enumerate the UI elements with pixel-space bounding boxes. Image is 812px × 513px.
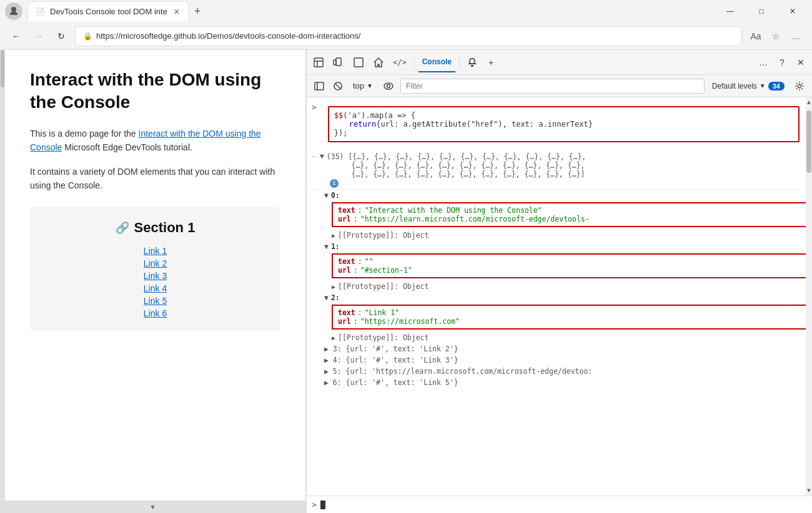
- item-1-content: text : "" url : "#section-1": [332, 253, 807, 278]
- item-0-header: ▼ 0:: [307, 190, 812, 201]
- item-0-text-row: text : "Interact with the DOM using the …: [338, 206, 801, 215]
- devtools-panel: </> Console + … ? ✕: [306, 50, 812, 513]
- context-selector[interactable]: top ▼: [349, 80, 377, 92]
- section-link-5[interactable]: Link 5: [144, 296, 167, 306]
- item-2-url-value: "https://microsoft.com": [360, 317, 460, 326]
- item-2-toggle[interactable]: ▼: [324, 293, 329, 302]
- more-tools-button[interactable]: …: [755, 52, 772, 72]
- scrollbar-thumb[interactable]: [806, 110, 811, 173]
- back-button[interactable]: ←: [7, 27, 25, 45]
- scroll-up-arrow[interactable]: ▲: [806, 97, 812, 107]
- lock-icon: 🔒: [83, 32, 92, 41]
- address-actions: Aa ☆ …: [747, 27, 805, 45]
- console-settings-button[interactable]: [792, 79, 807, 94]
- maximize-button[interactable]: □: [747, 1, 776, 21]
- item-2-url-row: url : "https://microsoft.com": [338, 317, 801, 326]
- main-area: Interact with the DOM using the Console …: [0, 50, 812, 513]
- console-input-line[interactable]: >: [307, 496, 812, 513]
- page-description-1: This is a demo page for the Interact wit…: [30, 127, 280, 155]
- array-toggle[interactable]: ▼: [320, 152, 324, 160]
- address-field[interactable]: 🔒 https://microsoftedge.github.io/Demos/…: [75, 26, 742, 46]
- console-cursor: [320, 501, 325, 509]
- svg-point-0: [11, 7, 16, 12]
- code-line-1: $$('a').map(a => {: [334, 111, 793, 120]
- code-line-2: return {url: a.getAttribute("href"), tex…: [334, 120, 793, 129]
- console-scrollbar[interactable]: ▲ ▼: [806, 97, 812, 496]
- page-content: Interact with the DOM using the Console …: [0, 50, 306, 513]
- svg-point-14: [798, 84, 801, 87]
- item-6-row: ▶ 6: {url: '#', text: 'Link 5'}: [307, 377, 812, 388]
- svg-rect-4: [336, 58, 341, 66]
- sidebar-toggle-button[interactable]: [312, 79, 327, 94]
- array-summary-line1: (35) [{…}, {…}, {…}, {…}, {…}, {…}, {…},…: [327, 152, 586, 161]
- read-aloud-button[interactable]: Aa: [747, 27, 765, 45]
- toolbar-separator: [414, 56, 415, 69]
- inspect-element-button[interactable]: [309, 52, 328, 72]
- window-controls: — □ ✕: [716, 1, 807, 21]
- active-tab[interactable]: 📄 DevTools Console tool DOM inte ✕: [27, 1, 189, 21]
- item-0-prototype: ▶ [[Prototype]]: Object: [307, 230, 812, 241]
- new-tab-button[interactable]: +: [194, 5, 201, 18]
- sources-panel-button[interactable]: </>: [389, 52, 410, 72]
- log-levels-arrow: ▼: [760, 82, 766, 89]
- close-devtools-button[interactable]: ✕: [792, 52, 810, 72]
- help-button[interactable]: ?: [773, 52, 791, 72]
- tab-bar: 📄 DevTools Console tool DOM inte ✕ +: [27, 1, 716, 21]
- tab-title: DevTools Console tool DOM inte: [50, 7, 167, 16]
- item-2-header: ▼ 2:: [307, 292, 812, 303]
- message-count-badge: 34: [768, 82, 785, 90]
- debugger-button[interactable]: [463, 52, 481, 72]
- svg-rect-1: [314, 58, 323, 67]
- filter-input[interactable]: [400, 79, 705, 94]
- context-label: top: [353, 81, 364, 90]
- item-0-toggle[interactable]: ▼: [324, 191, 329, 200]
- console-input-prompt: >: [312, 102, 317, 112]
- section-1-title: 🔗 Section 1: [42, 220, 268, 236]
- item-1-toggle[interactable]: ▼: [324, 242, 329, 251]
- eye-filter-button[interactable]: [380, 79, 397, 94]
- page-description-2: It contains a variety of DOM elements th…: [30, 165, 280, 193]
- section-link-4[interactable]: Link 4: [144, 283, 167, 293]
- log-levels-button[interactable]: Default levels ▼ 34: [708, 81, 788, 92]
- item-1-text-row: text : "": [338, 257, 801, 266]
- item-0-label: 0:: [331, 191, 340, 200]
- item-1-header: ▼ 1:: [307, 241, 812, 252]
- section-link-icon: 🔗: [116, 221, 129, 235]
- item-0-content: text : "Interact with the DOM using the …: [332, 202, 807, 227]
- device-emulation-button[interactable]: [329, 52, 348, 72]
- elements-panel-button[interactable]: [349, 52, 368, 72]
- section-link-2[interactable]: Link 2: [144, 258, 167, 268]
- item-4-row: ▶ 4: {url: '#', text: 'Link 3'}: [307, 354, 812, 366]
- code-line-3: });: [334, 129, 793, 137]
- tab-close-button[interactable]: ✕: [172, 6, 181, 17]
- section-link-3[interactable]: Link 3: [144, 271, 167, 281]
- section-link-1[interactable]: Link 1: [144, 246, 167, 256]
- add-tool-button[interactable]: +: [482, 52, 500, 72]
- svg-rect-5: [334, 60, 336, 65]
- toolbar-separator-2: [459, 56, 460, 69]
- clear-console-button[interactable]: [330, 79, 345, 94]
- title-bar: 📄 DevTools Console tool DOM inte ✕ + — □…: [0, 0, 812, 22]
- address-url: https://microsoftedge.github.io/Demos/de…: [96, 31, 360, 41]
- array-summary-line3: {…}, {…}, {…}, {…}, {…}, {…}, {…}, {…}, …: [320, 170, 807, 178]
- profile-icon[interactable]: [5, 2, 22, 20]
- tab-page-icon: 📄: [36, 7, 45, 16]
- context-dropdown-icon: ▼: [367, 82, 373, 89]
- forward-button[interactable]: →: [30, 27, 47, 45]
- more-button[interactable]: …: [787, 27, 805, 45]
- scroll-down-arrow[interactable]: ▼: [0, 501, 305, 513]
- scroll-down-arrow-console[interactable]: ▼: [806, 486, 812, 496]
- home-button[interactable]: [369, 52, 388, 72]
- favorites-button[interactable]: ☆: [767, 27, 785, 45]
- item-0-url-row: url : "https://learn.microsoft.com/micro…: [338, 215, 801, 223]
- item-2-label: 2:: [331, 293, 340, 302]
- minimize-button[interactable]: —: [716, 1, 745, 21]
- console-output[interactable]: > $$('a').map(a => { return {url: a.getA…: [307, 97, 812, 496]
- address-bar: ← → ↻ 🔒 https://microsoftedge.github.io/…: [0, 22, 812, 50]
- close-button[interactable]: ✕: [778, 1, 807, 21]
- console-panel-button[interactable]: Console: [418, 52, 455, 72]
- section-links: Link 1 Link 2 Link 3 Link 4 Link 5 Link …: [42, 246, 268, 318]
- reload-button[interactable]: ↻: [52, 27, 70, 45]
- svg-line-11: [335, 84, 340, 89]
- section-link-6[interactable]: Link 6: [144, 308, 167, 318]
